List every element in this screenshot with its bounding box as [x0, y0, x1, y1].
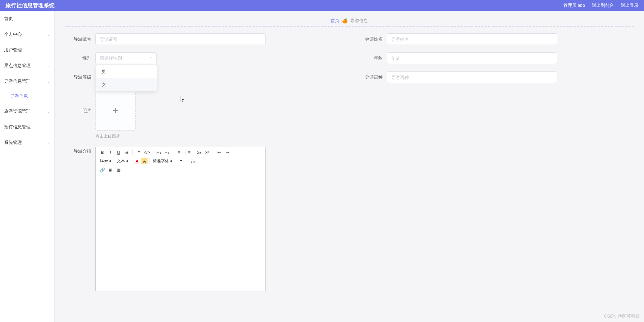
guide-level-label: 导游等级: [65, 74, 95, 80]
chevron-down-icon: ⌄: [47, 141, 50, 145]
menu-personal[interactable]: 个人中心 ⌄: [0, 27, 54, 42]
h1-icon[interactable]: H₁: [155, 148, 163, 156]
superscript-icon[interactable]: x²: [203, 148, 211, 156]
bold-icon[interactable]: B: [98, 148, 106, 156]
font-size-select[interactable]: 14px ▴▾: [98, 157, 112, 165]
link-icon[interactable]: 🔗: [98, 166, 106, 174]
menu-travel-resource[interactable]: 旅游资源管理 ⌄: [0, 103, 54, 119]
age-label: 年龄: [356, 55, 387, 61]
menu-label: 导游信息管理: [4, 78, 31, 84]
image-icon[interactable]: ▣: [107, 166, 114, 174]
breadcrumb-current: 导游信息: [350, 18, 368, 24]
outdent-icon[interactable]: ⇤: [215, 148, 223, 156]
breadcrumb-separator-icon: 🍊: [342, 18, 348, 23]
intro-label: 导游介绍: [65, 147, 95, 154]
strike-icon[interactable]: S: [123, 148, 131, 156]
bg-color-icon[interactable]: A: [141, 158, 148, 164]
chevron-down-icon: ⌄: [47, 125, 50, 129]
editor-content[interactable]: [96, 175, 265, 291]
gender-option-female[interactable]: 女: [96, 78, 157, 91]
watermark: CSDN @阿莫科技: [604, 313, 640, 319]
gender-placeholder: 请选择性别: [100, 55, 122, 61]
ordered-list-icon[interactable]: ≡: [175, 148, 183, 156]
breadcrumb: 首页 🍊 导游信息: [65, 18, 634, 24]
chevron-down-icon: ⌄: [47, 109, 50, 114]
video-icon[interactable]: ▦: [115, 166, 122, 174]
menu-label: 用户管理: [4, 47, 22, 53]
editor-toolbar: B I U S ❝ </> H₁ H₂ ≡ ⋮≡ x₂ x²: [96, 147, 265, 175]
menu-label: 旅游资源管理: [4, 108, 31, 114]
guide-id-label: 导游证号: [65, 36, 95, 42]
code-icon[interactable]: </>: [143, 148, 151, 156]
chevron-up-icon: ⌄: [149, 56, 152, 61]
app-header: 旅行社信息管理系统 管理员 abo 退出到前台 退出登录: [0, 0, 644, 11]
font-color-icon[interactable]: A: [133, 157, 141, 165]
stepper-icon: ▴▾: [170, 159, 172, 163]
header-actions: 管理员 abo 退出到前台 退出登录: [563, 2, 639, 9]
unordered-list-icon[interactable]: ⋮≡: [183, 148, 191, 156]
sidebar: 首页 个人中心 ⌄ 用户管理 ⌄ 景点信息管理 ⌄ 导游信息管理 ⌄ 导游信息 …: [0, 11, 55, 322]
menu-label: 预订信息管理: [4, 124, 31, 130]
photo-label: 照片: [65, 91, 95, 114]
menu-label: 系统管理: [4, 140, 22, 146]
stepper-icon: ▴▾: [126, 159, 128, 163]
quote-icon[interactable]: ❝: [135, 148, 142, 156]
chevron-down-icon: ⌄: [47, 48, 50, 52]
menu-system-mgmt[interactable]: 系统管理 ⌄: [0, 135, 54, 150]
divider: [65, 26, 634, 27]
chevron-down-icon: ⌄: [47, 79, 50, 84]
menu-label: 首页: [4, 16, 13, 22]
menu-guide-mgmt[interactable]: 导游信息管理 ⌄: [0, 74, 54, 89]
font-family-select[interactable]: 标准字体 ▴▾: [152, 157, 173, 165]
clear-format-icon[interactable]: Tₓ: [189, 157, 197, 165]
gender-label: 性别: [65, 55, 95, 61]
age-input[interactable]: [387, 52, 557, 64]
main-content: 首页 🍊 导游信息 导游证号 导游姓名 性别 请选择性别 ⌄: [55, 11, 644, 322]
rich-text-editor: B I U S ❝ </> H₁ H₂ ≡ ⋮≡ x₂ x²: [95, 147, 266, 291]
subscript-icon[interactable]: x₂: [195, 148, 203, 156]
menu-home[interactable]: 首页: [0, 11, 54, 27]
menu-label: 个人中心: [4, 31, 22, 37]
plus-icon: +: [113, 105, 118, 116]
breadcrumb-home[interactable]: 首页: [331, 18, 339, 24]
align-icon[interactable]: ≡: [177, 157, 185, 165]
submenu-guide-info[interactable]: 导游信息: [0, 89, 54, 103]
chevron-down-icon: ⌄: [47, 32, 50, 37]
guide-name-label: 导游姓名: [356, 36, 387, 42]
gender-dropdown: 男 女: [96, 65, 157, 92]
guide-lang-input[interactable]: [387, 71, 557, 83]
guide-id-input[interactable]: [95, 33, 266, 45]
indent-icon[interactable]: ⇥: [224, 148, 231, 156]
italic-icon[interactable]: I: [107, 148, 114, 156]
text-type-select[interactable]: 文本 ▴▾: [116, 157, 129, 165]
user-label[interactable]: 管理员 abo: [563, 2, 585, 9]
menu-label: 景点信息管理: [4, 63, 31, 69]
menu-booking-mgmt[interactable]: 预订信息管理 ⌄: [0, 119, 54, 135]
logout-front-link[interactable]: 退出到前台: [592, 2, 614, 9]
gender-select[interactable]: 请选择性别 ⌄ 男 女: [95, 52, 157, 64]
underline-icon[interactable]: U: [115, 148, 122, 156]
menu-attraction-mgmt[interactable]: 景点信息管理 ⌄: [0, 58, 54, 74]
app-title: 旅行社信息管理系统: [5, 2, 55, 9]
guide-name-input[interactable]: [387, 33, 557, 45]
stepper-icon: ▴▾: [109, 159, 111, 163]
h2-icon[interactable]: H₂: [163, 148, 171, 156]
gender-option-male[interactable]: 男: [96, 65, 157, 78]
photo-hint: 点击上传照片: [95, 133, 136, 139]
logout-link[interactable]: 退出登录: [621, 2, 639, 9]
menu-user-mgmt[interactable]: 用户管理 ⌄: [0, 42, 54, 58]
guide-lang-label: 导游语种: [356, 74, 387, 80]
chevron-down-icon: ⌄: [47, 64, 50, 68]
photo-upload[interactable]: +: [95, 91, 136, 131]
